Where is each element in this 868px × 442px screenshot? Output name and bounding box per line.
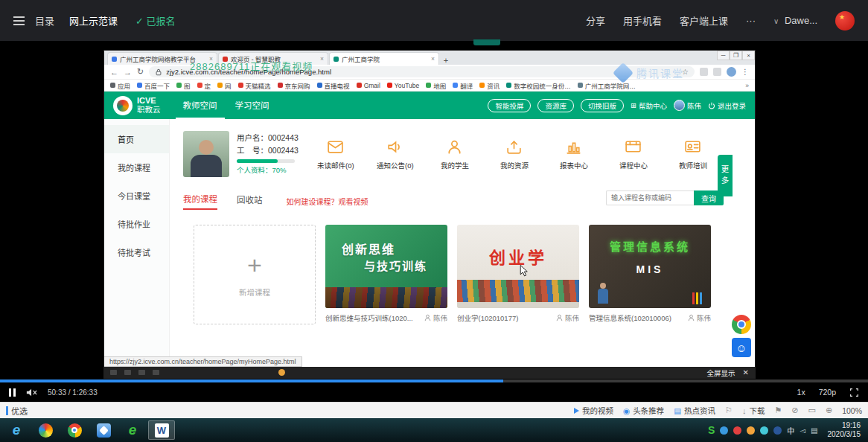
tray-icon[interactable] [720,426,728,435]
bookmark-item[interactable]: 直播电视 [317,81,350,90]
tray-icon[interactable] [773,426,782,435]
directory-button[interactable]: 目录 [35,13,54,28]
maximize-button[interactable]: ❐ [730,51,742,60]
browser-tab-2[interactable]: 欢迎页 - 智慧职教 × [218,52,328,65]
ime-indicator[interactable]: 中 [787,425,794,436]
taskbar-tencent-classroom-icon[interactable] [90,420,117,440]
client-class-button[interactable]: 客户端上课 [680,13,728,28]
reload-icon[interactable]: ↻ [137,67,144,77]
course-card-mis[interactable]: 管理信息系统 MIS 管理信息系统(102010006) 陈伟 [589,225,711,324]
share-button[interactable]: 分享 [586,13,605,28]
smart-cast-button[interactable]: 智能投屏 [488,99,531,112]
tray-icon[interactable] [733,426,741,435]
extension-icon[interactable] [700,68,708,76]
forward-icon[interactable]: → [124,68,132,77]
zoom-level[interactable]: 100% [842,406,862,415]
target-icon[interactable]: ⊕ [826,406,832,415]
back-icon[interactable]: ← [110,68,118,77]
course-help-link[interactable]: 如何建设课程？观看视频 [287,196,368,207]
nav-teacher-space[interactable]: 教师空间 [176,92,225,119]
video-viewport[interactable]: 2882689711正在观看视频 腾讯课堂 广州工商学院网络教学平台 × 欢迎页… [0,41,868,379]
tab-close-icon[interactable]: × [431,55,435,63]
toolbar-placeholder-icon[interactable] [138,370,145,375]
course-cover[interactable]: 管理信息系统 MIS [589,225,711,308]
toolbar-placeholder-icon[interactable] [124,370,131,375]
flag-icon[interactable]: ⚐ [725,406,733,415]
taskbar-chrome-icon[interactable] [61,420,88,440]
menu-icon[interactable] [13,16,25,25]
quick-teacher-training[interactable]: 教师培训 [674,138,712,170]
url-omnibox[interactable]: zjy2.icve.com.cn/teacher/homePage/homePa… [149,66,695,77]
browser-tab-3-active[interactable]: 广州工商学院 × [329,52,439,65]
icve-logo[interactable]: ICVE 职教云 [113,96,161,115]
close-overlay-icon[interactable]: ✕ [743,368,749,377]
bookmark-item[interactable]: 京东网购 [278,81,310,90]
download-button[interactable]: ↓下载 [742,405,765,416]
bookmarks-overflow-icon[interactable]: » [745,82,749,89]
sidebar-item-homework[interactable]: 待批作业 [104,210,169,238]
profile-photo[interactable] [183,131,229,177]
status-brand[interactable]: 优选 [6,405,28,417]
bookmark-item[interactable]: 百度一下 [137,81,170,90]
toolbar-placeholder-icon[interactable] [153,370,159,375]
window-icon[interactable]: ▭ [808,406,816,415]
new-tab-button[interactable]: + [440,56,452,65]
browser-tab-1[interactable]: 广州工商学院网络教学平台 × [107,52,217,65]
playback-speed-button[interactable]: 1x [797,388,805,397]
switch-old-version-button[interactable]: 切换旧版 [581,99,624,112]
taskbar-360-icon[interactable] [32,420,59,440]
new-course-card[interactable]: + 新增课程 [194,225,316,324]
user-avatar[interactable]: ★ [835,11,855,31]
bookmark-item[interactable]: 数字校园统一身份… [506,81,571,90]
course-cover[interactable]: 创业学 [457,225,579,308]
quick-course-center[interactable]: 课程中心 [614,138,653,170]
tray-icon[interactable] [747,426,755,435]
tray-icon[interactable] [760,426,768,435]
tab-close-icon[interactable]: × [209,55,213,63]
quick-report-center[interactable]: 报表中心 [555,138,593,170]
header-user[interactable]: 陈伟 [674,100,701,111]
course-cover[interactable]: 创新思维 与技巧训练 [325,225,447,308]
sidebar-item-my-courses[interactable]: 我的课程 [104,153,169,182]
quick-my-students[interactable]: 我的学生 [435,138,474,170]
pause-button[interactable] [9,388,16,397]
quick-announcements[interactable]: 通知公告(0) [376,138,415,170]
tab-close-icon[interactable]: × [320,55,324,63]
bookmark-item[interactable]: 翻译 [453,81,473,90]
tab-recycle-bin[interactable]: 回收站 [237,193,263,209]
sidebar-item-exams[interactable]: 待批考试 [104,238,169,266]
minimize-button[interactable]: ─ [717,51,730,60]
volume-muted-icon[interactable] [26,388,37,397]
tray-volume-icon[interactable]: ◅ [800,426,805,435]
bookmark-item[interactable]: 图 [176,81,191,90]
extension-icon[interactable] [713,68,721,76]
sidebar-item-today-class[interactable]: 今日课堂 [104,182,169,210]
flag-filled-icon[interactable]: ⚑ [774,406,782,415]
quick-unread-mail[interactable]: 未读邮件(0) [316,138,355,170]
taskbar-word-icon[interactable]: W [148,420,175,440]
bookmark-item[interactable]: 资讯 [479,81,500,90]
user-menu[interactable]: ∨ Dawe... [773,15,817,26]
browser-profile-avatar[interactable] [727,67,736,77]
bookmark-item[interactable]: YouTube [387,82,419,89]
resource-library-button[interactable]: 资源库 [537,99,574,112]
course-search-input[interactable] [606,190,694,205]
bookmark-item[interactable]: 天猫精选 [238,81,271,90]
bookmark-item[interactable]: 应用 [110,81,130,90]
fullscreen-icon[interactable] [849,388,859,397]
taskbar-clock[interactable]: 19:16 2020/3/15 [828,421,861,440]
browser-menu-icon[interactable]: ⋮ [741,68,749,76]
course-card-innovation[interactable]: 创新思维 与技巧训练 创新思维与技巧训练(1020... 陈伟 [325,225,447,324]
fullscreen-display-button[interactable]: 全屏显示 [707,368,735,378]
bookmark-item[interactable]: Gmail [357,82,380,89]
taskbar-green-browser-icon[interactable]: e [119,420,146,440]
customer-service-icon[interactable]: ☺ [732,338,751,357]
block-icon[interactable]: ⊘ [791,406,798,415]
sidebar-item-home[interactable]: 首页 [104,125,169,153]
sogou-input-icon[interactable]: S [708,424,715,436]
watch-on-phone-button[interactable]: 用手机看 [623,13,662,28]
bookmark-item[interactable]: 地图 [426,81,446,90]
close-button[interactable]: × [742,51,755,60]
tray-network-icon[interactable]: ▤ [811,426,817,435]
chrome-icon[interactable] [732,315,751,334]
